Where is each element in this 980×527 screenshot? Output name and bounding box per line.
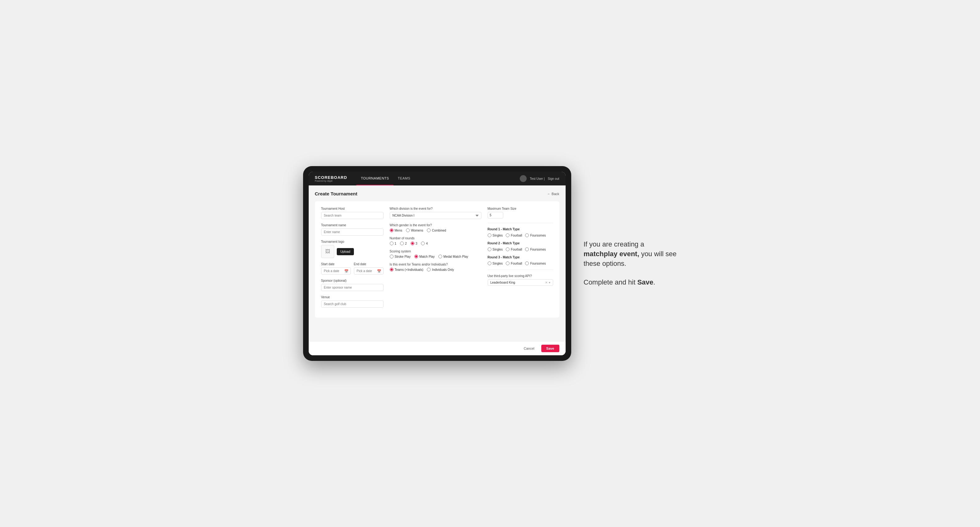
round1-radios: Singles Fourball Foursomes — [488, 233, 553, 237]
round3-singles[interactable]: Singles — [488, 262, 503, 265]
api-clear-icon[interactable]: ✕ — [545, 281, 547, 284]
scoring-radio-group: Stroke Play Match Play Medal Match Play — [390, 255, 481, 258]
gender-radio-group: Mens Womens Combined — [390, 229, 481, 232]
tournament-host-label: Tournament Host — [321, 207, 383, 210]
round3-match-type-group: Round 3 - Match Type Singles Fourball — [488, 256, 553, 265]
sponsor-input[interactable] — [321, 284, 383, 291]
start-date-input[interactable] — [321, 267, 351, 275]
nav-tab-tournaments[interactable]: TOURNAMENTS — [356, 172, 393, 186]
gender-label: Which gender is the event for? — [390, 224, 481, 227]
nav-right: Test User | Sign out — [520, 175, 559, 182]
max-team-size-input[interactable] — [488, 212, 503, 219]
annotations: If you are creating a matchplay event, y… — [584, 240, 677, 287]
user-text: Test User | — [530, 177, 545, 181]
tournament-logo-label: Tournament logo — [321, 240, 383, 243]
division-label: Which division is the event for? — [390, 207, 481, 210]
round3-fourball[interactable]: Fourball — [506, 262, 522, 265]
sponsor-label: Sponsor (optional) — [321, 279, 383, 283]
tournament-name-label: Tournament name — [321, 224, 383, 227]
venue-label: Venue — [321, 295, 383, 299]
round3-match-type-label: Round 3 - Match Type — [488, 256, 553, 259]
rounds-label: Number of rounds — [390, 237, 481, 240]
gender-womens[interactable]: Womens — [406, 229, 423, 232]
round3-radios: Singles Fourball Foursomes — [488, 262, 553, 265]
gender-combined[interactable]: Combined — [427, 229, 446, 232]
page-content: Create Tournament ← Back Tournament Host… — [309, 186, 566, 341]
round2-fourball[interactable]: Fourball — [506, 248, 522, 251]
start-date-group: Start date 📅 — [321, 262, 351, 275]
cancel-button[interactable]: Cancel — [520, 345, 538, 352]
teams-option[interactable]: Teams (+Individuals) — [390, 268, 423, 271]
annotation-save-text: Complete and hit Save. — [584, 278, 677, 287]
form-col-left: Tournament Host Tournament name Tourname… — [321, 207, 383, 312]
max-team-size-group: Maximum Team Size — [488, 207, 553, 219]
api-group: Use third-party live scoring API? Leader… — [488, 274, 553, 286]
scoring-stroke[interactable]: Stroke Play — [390, 255, 410, 258]
rounds-3[interactable]: 3 — [410, 241, 417, 245]
teams-label: Is this event for Teams and/or Individua… — [390, 263, 481, 266]
teams-radio-group: Teams (+Individuals) Individuals Only — [390, 268, 481, 271]
back-button[interactable]: ← Back — [547, 192, 559, 196]
end-date-label: End date — [354, 262, 383, 266]
save-button[interactable]: Save — [541, 345, 559, 352]
scoring-match[interactable]: Match Play — [414, 255, 435, 258]
round2-radios: Singles Fourball Foursomes — [488, 248, 553, 251]
scoring-label: Scoring system — [390, 250, 481, 253]
outer-wrapper: SCOREBOARD Powered by clippit TOURNAMENT… — [272, 166, 708, 361]
logo-sub: Powered by clippit — [315, 180, 347, 182]
api-select-wrap[interactable]: Leaderboard King ✕ ▾ — [488, 279, 553, 286]
division-group: Which division is the event for? NCAA Di… — [390, 207, 481, 219]
api-chevron-icon[interactable]: ▾ — [549, 281, 550, 284]
individuals-option[interactable]: Individuals Only — [427, 268, 454, 271]
form-col-right: Maximum Team Size Round 1 - Match Type S… — [488, 207, 553, 312]
round1-fourball[interactable]: Fourball — [506, 233, 522, 237]
rounds-1[interactable]: 1 — [390, 241, 397, 245]
tournament-host-input[interactable] — [321, 212, 383, 219]
round2-singles[interactable]: Singles — [488, 248, 503, 251]
scoring-medal[interactable]: Medal Match Play — [438, 255, 468, 258]
round2-match-type-label: Round 2 - Match Type — [488, 241, 553, 245]
rounds-2[interactable]: 2 — [400, 241, 407, 245]
round3-foursomes[interactable]: Foursomes — [525, 262, 546, 265]
venue-group: Venue — [321, 295, 383, 308]
logo-upload-area: 🖼 Upload — [321, 245, 383, 258]
api-select-value: Leaderboard King — [490, 281, 515, 284]
annotation-matchplay: If you are creating a matchplay event, y… — [584, 240, 677, 268]
page-header: Create Tournament ← Back — [315, 191, 559, 196]
venue-input[interactable] — [321, 300, 383, 308]
start-date-label: Start date — [321, 262, 351, 266]
end-date-group: End date 📅 — [354, 262, 383, 275]
round2-match-type-group: Round 2 - Match Type Singles Fourball — [488, 241, 553, 251]
form-col-mid: Which division is the event for? NCAA Di… — [390, 207, 481, 312]
api-label: Use third-party live scoring API? — [488, 274, 553, 278]
tournament-name-input[interactable] — [321, 229, 383, 236]
nav-tabs: TOURNAMENTS TEAMS — [356, 172, 520, 186]
rounds-radio-group: 1 2 3 — [390, 241, 481, 245]
tablet-screen: SCOREBOARD Powered by clippit TOURNAMENT… — [309, 172, 566, 355]
round1-singles[interactable]: Singles — [488, 233, 503, 237]
end-date-wrap: 📅 — [354, 267, 383, 275]
date-row: Start date 📅 End date 📅 — [321, 262, 383, 279]
teams-group: Is this event for Teams and/or Individua… — [390, 263, 481, 271]
annotation-save: Complete and hit Save. — [584, 278, 677, 287]
tournament-name-group: Tournament name — [321, 224, 383, 236]
start-date-wrap: 📅 — [321, 267, 351, 275]
round1-foursomes[interactable]: Foursomes — [525, 233, 546, 237]
sign-out-link[interactable]: Sign out — [548, 177, 559, 181]
division-select[interactable]: NCAA Division I — [390, 212, 481, 219]
scoring-group: Scoring system Stroke Play Match Play — [390, 250, 481, 258]
annotation-matchplay-text: If you are creating a matchplay event, y… — [584, 240, 677, 268]
sponsor-group: Sponsor (optional) — [321, 279, 383, 291]
tournament-logo-group: Tournament logo 🖼 Upload — [321, 240, 383, 258]
page-title: Create Tournament — [315, 191, 357, 196]
end-date-input[interactable] — [354, 267, 383, 275]
logo-title: SCOREBOARD — [315, 175, 347, 179]
nav-tab-teams[interactable]: TEAMS — [393, 172, 415, 186]
round1-match-type-label: Round 1 - Match Type — [488, 227, 553, 231]
rounds-4[interactable]: 4 — [421, 241, 428, 245]
upload-button[interactable]: Upload — [337, 248, 354, 255]
round2-foursomes[interactable]: Foursomes — [525, 248, 546, 251]
gender-mens[interactable]: Mens — [390, 229, 402, 232]
logo-placeholder: 🖼 — [321, 245, 334, 258]
tablet-frame: SCOREBOARD Powered by clippit TOURNAMENT… — [303, 166, 571, 361]
